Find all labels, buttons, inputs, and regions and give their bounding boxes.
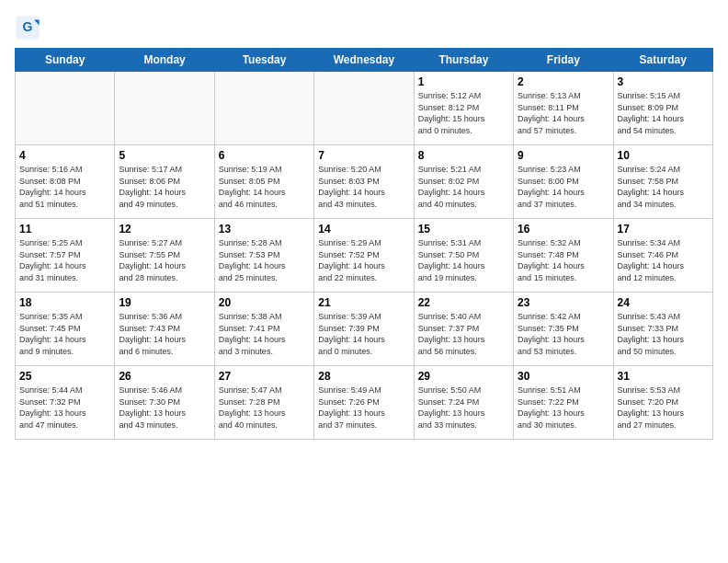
weekday-row: SundayMondayTuesdayWednesdayThursdayFrid… [16,49,713,72]
day-info: Sunrise: 5:23 AM Sunset: 8:00 PM Dayligh… [518,164,609,210]
day-info: Sunrise: 5:38 AM Sunset: 7:41 PM Dayligh… [219,311,310,357]
week-row-1: 1Sunrise: 5:12 AM Sunset: 8:12 PM Daylig… [16,72,713,145]
day-cell: 2Sunrise: 5:13 AM Sunset: 8:11 PM Daylig… [514,72,613,145]
day-info: Sunrise: 5:46 AM Sunset: 7:30 PM Dayligh… [119,385,210,431]
day-info: Sunrise: 5:32 AM Sunset: 7:48 PM Dayligh… [518,237,609,283]
day-cell: 15Sunrise: 5:31 AM Sunset: 7:50 PM Dayli… [414,219,513,293]
day-cell: 20Sunrise: 5:38 AM Sunset: 7:41 PM Dayli… [214,293,313,366]
day-number: 10 [618,149,709,162]
day-cell: 31Sunrise: 5:53 AM Sunset: 7:20 PM Dayli… [613,366,712,440]
page-header: G [15,15,713,40]
day-number: 13 [219,223,310,236]
day-number: 6 [219,149,310,162]
day-cell: 30Sunrise: 5:51 AM Sunset: 7:22 PM Dayli… [514,366,613,440]
calendar-header: SundayMondayTuesdayWednesdayThursdayFrid… [16,49,713,72]
day-number: 12 [119,223,210,236]
day-number: 1 [418,75,509,88]
day-number: 17 [618,223,709,236]
day-number: 29 [418,370,509,383]
day-number: 4 [19,149,110,162]
svg-text:G: G [23,19,33,34]
day-info: Sunrise: 5:24 AM Sunset: 7:58 PM Dayligh… [618,164,709,210]
day-number: 3 [618,75,709,88]
day-cell: 13Sunrise: 5:28 AM Sunset: 7:53 PM Dayli… [214,219,313,293]
day-info: Sunrise: 5:47 AM Sunset: 7:28 PM Dayligh… [219,385,310,431]
day-cell: 6Sunrise: 5:19 AM Sunset: 8:05 PM Daylig… [214,145,313,219]
day-number: 16 [518,223,609,236]
day-number: 18 [19,296,110,309]
day-cell [314,72,414,145]
weekday-header-tuesday: Tuesday [214,49,313,72]
day-number: 23 [518,296,609,309]
day-cell: 12Sunrise: 5:27 AM Sunset: 7:55 PM Dayli… [115,219,214,293]
day-cell [214,72,313,145]
day-info: Sunrise: 5:20 AM Sunset: 8:03 PM Dayligh… [318,164,409,210]
day-cell: 4Sunrise: 5:16 AM Sunset: 8:08 PM Daylig… [16,145,115,219]
weekday-header-thursday: Thursday [414,49,513,72]
day-info: Sunrise: 5:25 AM Sunset: 7:57 PM Dayligh… [19,237,110,283]
week-row-2: 4Sunrise: 5:16 AM Sunset: 8:08 PM Daylig… [16,145,713,219]
weekday-header-saturday: Saturday [613,49,712,72]
day-cell: 28Sunrise: 5:49 AM Sunset: 7:26 PM Dayli… [314,366,414,440]
day-number: 14 [318,223,409,236]
logo: G [15,15,42,40]
day-info: Sunrise: 5:35 AM Sunset: 7:45 PM Dayligh… [19,311,110,357]
day-cell: 11Sunrise: 5:25 AM Sunset: 7:57 PM Dayli… [16,219,115,293]
day-info: Sunrise: 5:19 AM Sunset: 8:05 PM Dayligh… [219,164,310,210]
day-number: 11 [19,223,110,236]
day-cell: 9Sunrise: 5:23 AM Sunset: 8:00 PM Daylig… [514,145,613,219]
day-info: Sunrise: 5:16 AM Sunset: 8:08 PM Dayligh… [19,164,110,210]
day-number: 9 [518,149,609,162]
day-info: Sunrise: 5:27 AM Sunset: 7:55 PM Dayligh… [119,237,210,283]
day-info: Sunrise: 5:50 AM Sunset: 7:24 PM Dayligh… [418,385,509,431]
day-number: 31 [618,370,709,383]
day-number: 21 [318,296,409,309]
calendar: SundayMondayTuesdayWednesdayThursdayFrid… [15,48,713,440]
weekday-header-sunday: Sunday [16,49,115,72]
day-info: Sunrise: 5:42 AM Sunset: 7:35 PM Dayligh… [518,311,609,357]
day-number: 8 [418,149,509,162]
day-info: Sunrise: 5:49 AM Sunset: 7:26 PM Dayligh… [318,385,409,431]
day-cell: 3Sunrise: 5:15 AM Sunset: 8:09 PM Daylig… [613,72,712,145]
week-row-4: 18Sunrise: 5:35 AM Sunset: 7:45 PM Dayli… [16,293,713,366]
day-cell [115,72,214,145]
day-cell: 14Sunrise: 5:29 AM Sunset: 7:52 PM Dayli… [314,219,414,293]
day-info: Sunrise: 5:29 AM Sunset: 7:52 PM Dayligh… [318,237,409,283]
day-cell: 29Sunrise: 5:50 AM Sunset: 7:24 PM Dayli… [414,366,513,440]
week-row-3: 11Sunrise: 5:25 AM Sunset: 7:57 PM Dayli… [16,219,713,293]
day-number: 20 [219,296,310,309]
day-cell: 16Sunrise: 5:32 AM Sunset: 7:48 PM Dayli… [514,219,613,293]
day-cell: 7Sunrise: 5:20 AM Sunset: 8:03 PM Daylig… [314,145,414,219]
day-info: Sunrise: 5:31 AM Sunset: 7:50 PM Dayligh… [418,237,509,283]
day-info: Sunrise: 5:34 AM Sunset: 7:46 PM Dayligh… [618,237,709,283]
day-info: Sunrise: 5:28 AM Sunset: 7:53 PM Dayligh… [219,237,310,283]
day-info: Sunrise: 5:36 AM Sunset: 7:43 PM Dayligh… [119,311,210,357]
day-cell: 8Sunrise: 5:21 AM Sunset: 8:02 PM Daylig… [414,145,513,219]
day-info: Sunrise: 5:39 AM Sunset: 7:39 PM Dayligh… [318,311,409,357]
day-info: Sunrise: 5:13 AM Sunset: 8:11 PM Dayligh… [518,90,609,136]
day-cell: 18Sunrise: 5:35 AM Sunset: 7:45 PM Dayli… [16,293,115,366]
day-cell: 27Sunrise: 5:47 AM Sunset: 7:28 PM Dayli… [214,366,313,440]
day-info: Sunrise: 5:51 AM Sunset: 7:22 PM Dayligh… [518,385,609,431]
day-number: 7 [318,149,409,162]
day-cell: 1Sunrise: 5:12 AM Sunset: 8:12 PM Daylig… [414,72,513,145]
day-info: Sunrise: 5:43 AM Sunset: 7:33 PM Dayligh… [618,311,709,357]
day-number: 19 [119,296,210,309]
day-info: Sunrise: 5:17 AM Sunset: 8:06 PM Dayligh… [119,164,210,210]
day-info: Sunrise: 5:40 AM Sunset: 7:37 PM Dayligh… [418,311,509,357]
day-cell: 21Sunrise: 5:39 AM Sunset: 7:39 PM Dayli… [314,293,414,366]
day-cell: 5Sunrise: 5:17 AM Sunset: 8:06 PM Daylig… [115,145,214,219]
day-number: 22 [418,296,509,309]
day-cell: 24Sunrise: 5:43 AM Sunset: 7:33 PM Dayli… [613,293,712,366]
day-number: 30 [518,370,609,383]
day-info: Sunrise: 5:44 AM Sunset: 7:32 PM Dayligh… [19,385,110,431]
day-number: 27 [219,370,310,383]
day-cell: 25Sunrise: 5:44 AM Sunset: 7:32 PM Dayli… [16,366,115,440]
day-number: 25 [19,370,110,383]
day-number: 5 [119,149,210,162]
day-cell: 22Sunrise: 5:40 AM Sunset: 7:37 PM Dayli… [414,293,513,366]
day-cell: 23Sunrise: 5:42 AM Sunset: 7:35 PM Dayli… [514,293,613,366]
weekday-header-monday: Monday [115,49,214,72]
day-cell [16,72,115,145]
day-cell: 19Sunrise: 5:36 AM Sunset: 7:43 PM Dayli… [115,293,214,366]
